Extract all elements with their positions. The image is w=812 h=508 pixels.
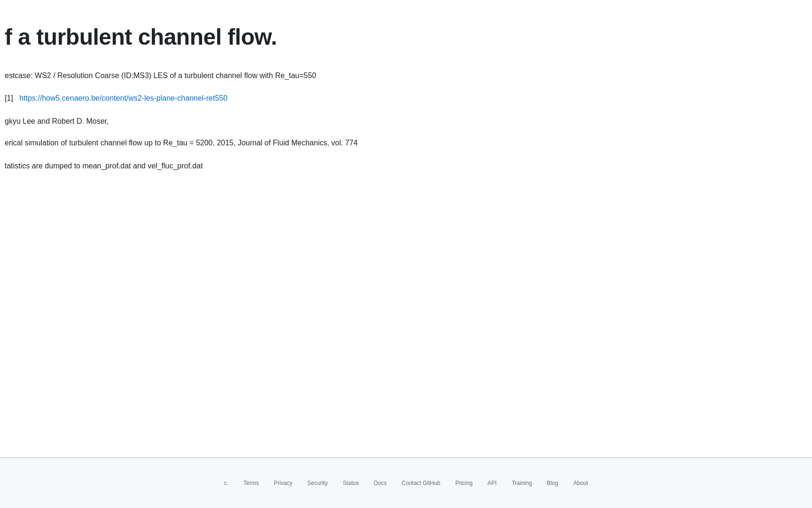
footer-link-terms[interactable]: Terms	[238, 477, 265, 489]
footer-link-training[interactable]: Training	[506, 477, 538, 489]
footer-link-blog[interactable]: Blog	[541, 477, 564, 489]
footer-nav: c. TermsPrivacySecurityStatusDocsContact…	[9, 477, 803, 489]
statistics-section: tatistics are dumped to mean_prof.dat an…	[5, 160, 644, 172]
footer-link-about[interactable]: About	[568, 477, 593, 489]
author-text: gkyu Lee and Robert D. Moser,	[5, 115, 644, 127]
simulation-text: erical simulation of turbulent channel f…	[5, 137, 644, 149]
footer-link-pricing[interactable]: Pricing	[450, 477, 478, 489]
page-wrapper: f a turbulent channel flow. estcase: WS2…	[0, 0, 812, 508]
footer-link-docs[interactable]: Docs	[368, 477, 392, 489]
footer-copyright: c.	[219, 477, 234, 489]
author-section: gkyu Lee and Robert D. Moser, erical sim…	[5, 115, 644, 149]
footer: c. TermsPrivacySecurityStatusDocsContact…	[0, 458, 812, 508]
testcase-section: estcase: WS2 / Resolution Coarse (ID:MS3…	[5, 70, 644, 82]
footer-link-api[interactable]: API	[482, 477, 502, 489]
reference-link[interactable]: https://how5.cenaero.be/content/ws2-les-…	[19, 94, 227, 102]
footer-link-security[interactable]: Security	[302, 477, 333, 489]
reference-label: [1]	[5, 94, 13, 102]
testcase-text: estcase: WS2 / Resolution Coarse (ID:MS3…	[5, 70, 644, 82]
footer-link-status[interactable]: Status	[337, 477, 364, 489]
reference-section: [1] https://how5.cenaero.be/content/ws2-…	[5, 93, 644, 104]
content-area: f a turbulent channel flow. estcase: WS2…	[0, 0, 658, 429]
footer-link-contact-github[interactable]: Contact GitHub	[396, 477, 446, 489]
footer-link-privacy[interactable]: Privacy	[268, 477, 298, 489]
reference-line: [1] https://how5.cenaero.be/content/ws2-…	[5, 93, 644, 104]
page-title: f a turbulent channel flow.	[5, 24, 644, 51]
statistics-text: tatistics are dumped to mean_prof.dat an…	[5, 160, 644, 172]
